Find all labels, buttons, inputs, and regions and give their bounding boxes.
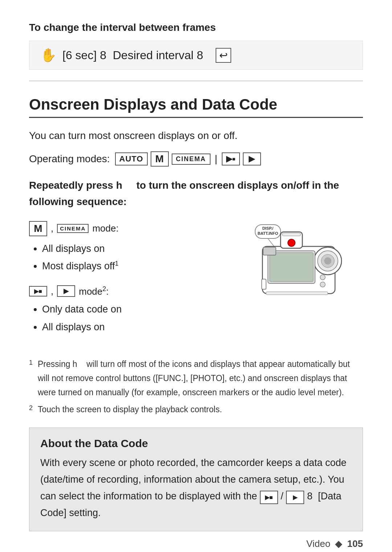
m-cinema-section: M , CINEMA mode: All displays on Most di… <box>29 221 205 275</box>
bullet-all-displays-on2: All displays on <box>42 318 205 336</box>
instruction-box: ✋ [6 sec] 8 Desired interval 8 ↩ <box>29 41 363 70</box>
col-left: M , CINEMA mode: All displays on Most di… <box>29 221 205 346</box>
page-number: 105 <box>347 538 363 549</box>
svg-rect-16 <box>282 233 301 236</box>
section-title: Onscreen Displays and Data Code <box>29 96 363 118</box>
top-section: To change the interval between frames ✋ … <box>29 22 363 81</box>
footer-video-label: Video <box>306 538 330 549</box>
svg-point-13 <box>320 275 325 280</box>
mode-cinema: CINEMA <box>172 154 211 165</box>
col-right: DISP./ BATT.INFO <box>216 221 363 346</box>
press-bold: Repeatedly press h to turn the onscreen … <box>29 180 339 207</box>
two-col-layout: M , CINEMA mode: All displays on Most di… <box>29 221 363 346</box>
superscript-2: 2 <box>102 285 106 293</box>
badge-playback2: ▶ <box>57 285 75 297</box>
svg-text:BATT.INFO: BATT.INFO <box>257 231 278 236</box>
data-code-text: With every scene or photo recorded, the … <box>40 455 352 522</box>
bullet-all-displays-on: All displays on <box>42 240 205 258</box>
badge-m: M <box>29 221 47 236</box>
svg-point-15 <box>288 239 295 246</box>
inline-playback-badge: ▶■ <box>260 491 278 504</box>
badge-cinema: CINEMA <box>57 224 89 233</box>
main-section: Onscreen Displays and Data Code You can … <box>29 96 363 531</box>
operating-modes: Operating modes: AUTO M CINEMA | ▶■ ▶ <box>29 151 363 167</box>
m-cinema-list: All displays on Most displays off1 <box>29 240 205 275</box>
press-instruction: Repeatedly press h to turn the onscreen … <box>29 177 363 210</box>
footnotes: 1 Pressing h will turn off most of the i… <box>29 357 363 417</box>
playback-section: ▶■ , ▶ mode2: Only data code on All disp… <box>29 285 205 336</box>
return-arrow: ↩ <box>216 48 231 63</box>
svg-rect-18 <box>266 292 328 295</box>
instruction-text: [6 sec] 8 Desired interval 8 <box>62 49 210 62</box>
svg-rect-12 <box>263 247 276 255</box>
mode-m: M <box>151 151 169 167</box>
modes-label: Operating modes: <box>29 153 110 165</box>
footer-bullet: ◆ <box>335 538 342 549</box>
footnote-2: 2 Touch the screen to display the playba… <box>29 402 363 417</box>
badge-playback1: ▶■ <box>29 286 47 297</box>
comma2: , <box>51 286 53 297</box>
separator: | <box>215 153 217 165</box>
page-footer: Video ◆ 105 <box>306 538 363 549</box>
svg-text:DISP./: DISP./ <box>262 226 273 230</box>
mode-word: mode: <box>92 223 118 234</box>
inline-camera-badge: ▶ <box>286 491 304 504</box>
mode-playback: ▶■ <box>222 152 240 165</box>
data-code-title: About the Data Code <box>40 437 352 450</box>
comma: , <box>51 223 53 234</box>
camcorder-illustration: DISP./ BATT.INFO <box>233 221 346 312</box>
svg-point-14 <box>320 282 325 287</box>
footnote-1: 1 Pressing h will turn off most of the i… <box>29 357 363 400</box>
svg-rect-17 <box>262 279 266 289</box>
bullet-most-displays-off: Most displays off1 <box>42 257 205 275</box>
intro-text: You can turn most onscreen displays on o… <box>29 128 363 143</box>
interval-heading: To change the interval between frames <box>29 22 363 33</box>
m-cinema-header: M , CINEMA mode: <box>29 221 205 236</box>
bullet-only-data-code: Only data code on <box>42 300 205 318</box>
footnote-num-1: 1 <box>29 357 33 368</box>
hand-icon: ✋ <box>40 48 57 63</box>
svg-point-8 <box>324 257 331 265</box>
mode-auto: AUTO <box>115 152 148 165</box>
footnote-num-2: 2 <box>29 402 33 414</box>
mode-word2: mode2: <box>79 285 109 297</box>
playback-list: Only data code on All displays on <box>29 300 205 336</box>
svg-rect-10 <box>270 253 313 282</box>
mode-camera: ▶ <box>243 152 261 165</box>
playback-header: ▶■ , ▶ mode2: <box>29 285 205 297</box>
data-code-box: About the Data Code With every scene or … <box>29 428 363 531</box>
superscript-1: 1 <box>115 260 119 267</box>
